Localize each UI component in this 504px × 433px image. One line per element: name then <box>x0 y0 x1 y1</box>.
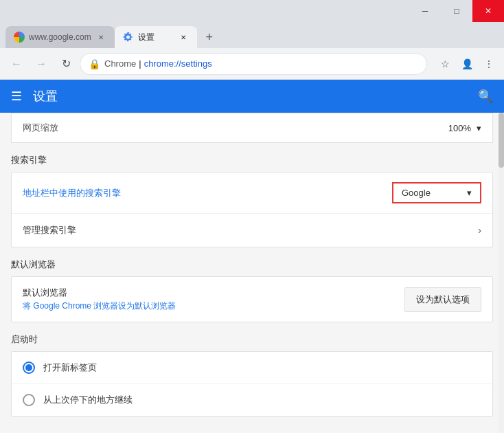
close-button[interactable]: ✕ <box>472 0 504 22</box>
tab-google-close[interactable]: ✕ <box>95 32 106 43</box>
refresh-button[interactable]: ↻ <box>55 53 77 75</box>
startup-new-tab-row[interactable]: 打开新标签页 <box>12 352 492 384</box>
address-bar-search-row: 地址栏中使用的搜索引擎 Google ▾ <box>12 173 492 214</box>
new-tab-label: 打开新标签页 <box>43 362 481 374</box>
google-favicon <box>14 32 25 43</box>
back-button[interactable]: ← <box>5 53 27 75</box>
default-browser-section: 默认浏览器 默认浏览器 将 Google Chrome 浏览器设为默认浏览器 设… <box>0 247 504 322</box>
window-titlebar: ─ □ ✕ <box>0 0 504 22</box>
tab-settings[interactable]: 设置 ✕ <box>115 26 197 48</box>
tab-bar: www.google.com ✕ 设置 ✕ + <box>0 22 504 48</box>
new-tab-radio[interactable] <box>23 362 35 374</box>
new-tab-radio-inner <box>25 364 32 371</box>
forward-button[interactable]: → <box>30 53 52 75</box>
address-bar[interactable]: 🔒 Chrome | chrome://settings <box>80 53 427 75</box>
profile-icon[interactable]: 👤 <box>457 54 477 74</box>
startup-section: 启动时 打开新标签页 从上次停下的地方继续 <box>0 322 504 417</box>
menu-icon[interactable]: ⋮ <box>479 54 499 74</box>
manage-search-row[interactable]: 管理搜索引擎 › <box>12 214 492 247</box>
address-bar-search-label[interactable]: 地址栏中使用的搜索引擎 <box>23 187 392 199</box>
chrome-header: ☰ 设置 🔍 <box>0 80 504 113</box>
search-engine-value: Google <box>402 188 431 198</box>
default-browser-subtitle: 将 Google Chrome 浏览器设为默认浏览器 <box>23 300 404 312</box>
continue-radio[interactable] <box>23 394 35 406</box>
set-default-button[interactable]: 设为默认选项 <box>404 287 481 312</box>
maximize-button[interactable]: □ <box>441 0 472 22</box>
default-browser-section-label: 默认浏览器 <box>0 247 504 276</box>
zoom-percentage: 100% <box>448 123 471 133</box>
address-text: Chrome | chrome://settings <box>104 58 212 69</box>
hamburger-icon[interactable]: ☰ <box>11 89 22 104</box>
tab-google-label: www.google.com <box>29 32 91 42</box>
search-engine-card: 地址栏中使用的搜索引擎 Google ▾ 管理搜索引擎 › <box>11 172 493 247</box>
default-browser-card: 默认浏览器 将 Google Chrome 浏览器设为默认浏览器 设为默认选项 <box>11 276 493 322</box>
address-bar-row: ← → ↻ 🔒 Chrome | chrome://settings ☆ 👤 ⋮ <box>0 48 504 80</box>
default-browser-title: 默认浏览器 <box>23 287 404 299</box>
dropdown-chevron: ▾ <box>467 188 472 198</box>
search-engine-dropdown[interactable]: Google ▾ <box>392 182 481 203</box>
default-browser-text: 默认浏览器 将 Google Chrome 浏览器设为默认浏览器 <box>23 287 404 312</box>
webpage-zoom-value[interactable]: 100% ▾ <box>448 123 481 133</box>
webpage-zoom-label: 网页缩放 <box>23 122 58 134</box>
header-search-icon[interactable]: 🔍 <box>478 89 493 104</box>
search-engine-section: 搜索引擎 地址栏中使用的搜索引擎 Google ▾ 管理搜索引擎 › <box>0 143 504 247</box>
address-right-icons: ☆ 👤 ⋮ <box>435 54 499 74</box>
search-engine-section-label: 搜索引擎 <box>0 143 504 172</box>
manage-search-chevron: › <box>478 225 481 236</box>
address-chrome-part: Chrome <box>104 58 136 69</box>
settings-favicon <box>123 32 134 43</box>
tab-settings-label: 设置 <box>138 32 154 43</box>
security-icon: 🔒 <box>89 58 100 69</box>
header-title: 设置 <box>33 88 58 104</box>
address-separator: | <box>139 58 141 69</box>
address-url-part: chrome://settings <box>144 58 212 69</box>
scrollbar-thumb[interactable] <box>499 113 504 168</box>
window-controls: ─ □ ✕ <box>409 0 504 22</box>
startup-continue-row[interactable]: 从上次停下的地方继续 <box>12 384 492 416</box>
content-area: 网页缩放 100% ▾ 搜索引擎 地址栏中使用的搜索引擎 Google ▾ 管理… <box>0 113 504 433</box>
webpage-zoom-row: 网页缩放 100% ▾ <box>11 113 493 143</box>
minimize-button[interactable]: ─ <box>409 0 441 22</box>
bookmark-icon[interactable]: ☆ <box>435 54 455 74</box>
tab-google[interactable]: www.google.com ✕ <box>5 26 115 48</box>
manage-search-label: 管理搜索引擎 <box>23 224 478 236</box>
startup-card: 打开新标签页 从上次停下的地方继续 <box>11 351 493 417</box>
new-tab-button[interactable]: + <box>200 27 219 47</box>
scrollbar[interactable] <box>499 113 504 433</box>
zoom-chevron: ▾ <box>477 123 481 133</box>
default-browser-row: 默认浏览器 将 Google Chrome 浏览器设为默认浏览器 设为默认选项 <box>12 277 492 322</box>
continue-label: 从上次停下的地方继续 <box>43 394 481 406</box>
tab-settings-close[interactable]: ✕ <box>178 32 189 43</box>
startup-section-label: 启动时 <box>0 322 504 351</box>
